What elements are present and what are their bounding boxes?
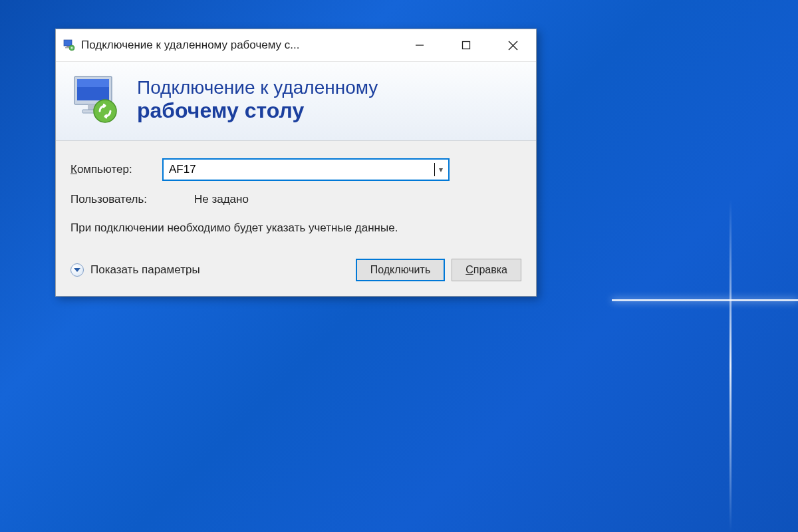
connect-button[interactable]: Подключить: [356, 259, 445, 281]
svg-rect-10: [77, 79, 109, 87]
header-text: Подключение к удаленному рабочему столу: [137, 77, 378, 123]
svg-rect-0: [64, 40, 72, 46]
user-label: Пользователь:: [70, 193, 170, 206]
svg-rect-5: [463, 42, 470, 49]
footer-row: Показать параметры Подключить Справка: [70, 259, 521, 281]
show-options-toggle[interactable]: Показать параметры: [70, 263, 200, 277]
chevron-down-icon[interactable]: ▾: [435, 165, 443, 174]
computer-label: Компьютер:: [70, 163, 156, 176]
titlebar[interactable]: Подключение к удаленному рабочему с...: [56, 29, 536, 61]
computer-input[interactable]: [169, 163, 434, 176]
header-banner: Подключение к удаленному рабочему столу: [56, 61, 536, 141]
computer-combobox[interactable]: ▾: [162, 158, 450, 181]
window-title: Подключение к удаленному рабочему с...: [81, 39, 396, 52]
help-button[interactable]: Справка: [452, 259, 521, 281]
show-options-label: Показать параметры: [90, 263, 200, 277]
computer-row: Компьютер: ▾: [70, 158, 521, 181]
window-controls: [396, 29, 536, 61]
svg-rect-1: [66, 46, 69, 47]
info-text: При подключении необходимо будет указать…: [70, 221, 416, 236]
maximize-button[interactable]: [443, 29, 489, 61]
app-icon: [63, 39, 76, 52]
rdp-window: Подключение к удаленному рабочему с...: [55, 29, 537, 297]
minimize-button[interactable]: [396, 29, 443, 61]
header-line2: рабочему столу: [137, 98, 378, 123]
desktop-background: Подключение к удаленному рабочему с...: [0, 0, 798, 532]
rdp-large-icon: [70, 74, 122, 126]
dialog-body: Компьютер: ▾ Пользователь: Не задано При…: [56, 141, 536, 296]
user-row: Пользователь: Не задано: [70, 193, 521, 206]
close-button[interactable]: [489, 29, 536, 61]
header-line1: Подключение к удаленному: [137, 77, 378, 98]
expand-down-icon: [70, 263, 84, 277]
user-value: Не задано: [194, 193, 249, 206]
